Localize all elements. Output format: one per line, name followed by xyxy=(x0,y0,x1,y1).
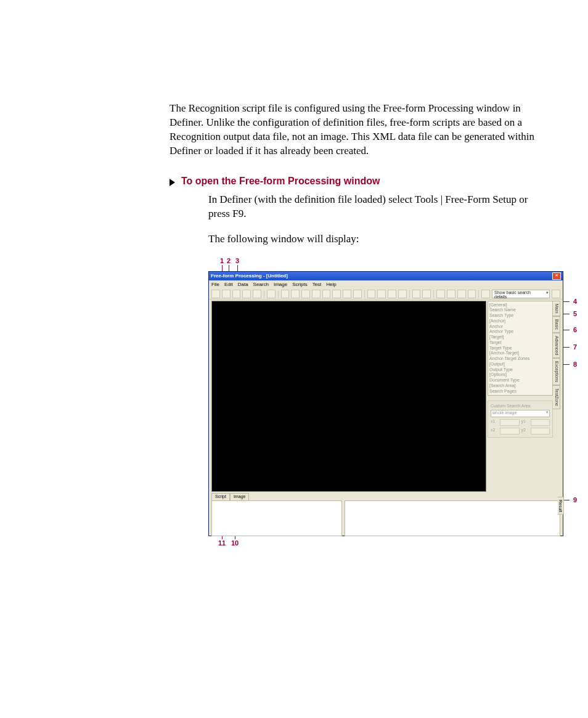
tab-result[interactable]: Result xyxy=(558,497,564,515)
y2-field[interactable] xyxy=(531,428,550,434)
callout-4: 4 xyxy=(573,298,577,305)
prop-item: Search Type xyxy=(489,313,551,319)
menu-image[interactable]: Image xyxy=(274,282,287,287)
toolbar-btn-a[interactable] xyxy=(267,290,276,298)
prop-item: Search Pages xyxy=(489,389,551,394)
intro-paragraph: The Recognition script file is configure… xyxy=(169,102,539,158)
y1-field[interactable] xyxy=(531,419,550,426)
tab-advanced[interactable]: Advanced xyxy=(553,333,560,358)
toolbar-zoomout-icon[interactable] xyxy=(422,290,431,298)
toolbar-btn-g[interactable] xyxy=(332,290,341,298)
figure: 1 2 3 4 5 6 7 8 9 11 10 xyxy=(208,258,578,547)
toolbar-btn-h[interactable] xyxy=(343,290,351,298)
property-list[interactable]: [General] Search Name Search Type [Ancho… xyxy=(488,301,553,396)
x2-field[interactable] xyxy=(500,428,520,434)
callout-1: 1 xyxy=(220,258,224,264)
step-1-followup: The following window will display: xyxy=(208,232,539,247)
toolbar-prev-icon[interactable] xyxy=(447,290,455,298)
bottom-area: Script Image Result xyxy=(209,493,563,539)
x1-field[interactable] xyxy=(500,419,520,426)
prop-item: Search Name xyxy=(489,308,551,313)
toolbar-btn-l[interactable] xyxy=(388,290,396,298)
menu-test[interactable]: Test xyxy=(312,282,322,287)
toolbar-doc-icon[interactable] xyxy=(232,290,241,298)
toolbar-last-icon[interactable] xyxy=(468,290,476,298)
prop-item: Anchor-Target Zones xyxy=(489,356,551,362)
toolbar-help-icon[interactable] xyxy=(552,290,560,298)
y1-label: y1 xyxy=(521,419,529,426)
toolbar-detail-combo[interactable]: Show basic search details xyxy=(492,290,550,298)
menubar: File Edit Data Search Image Scripts Test… xyxy=(209,280,563,289)
bottom-left-pane[interactable] xyxy=(211,500,342,536)
window-close-button[interactable]: × xyxy=(552,272,561,280)
prop-item: [Search Area] xyxy=(489,383,551,389)
toolbar-btn-k[interactable] xyxy=(377,290,386,298)
prop-item: Target Type xyxy=(489,346,551,351)
toolbar-save-icon[interactable] xyxy=(222,290,231,298)
toolbar-btn-i[interactable] xyxy=(353,290,362,298)
toolbar-first-icon[interactable] xyxy=(436,290,445,298)
menu-help[interactable]: Help xyxy=(326,282,336,287)
callout-5: 5 xyxy=(573,311,577,317)
callout-7: 7 xyxy=(573,344,577,351)
toolbar: Show basic search details xyxy=(209,289,563,300)
toolbar-gear-icon[interactable] xyxy=(242,290,251,298)
custom-area-dropdown[interactable]: whole image xyxy=(491,410,550,417)
side-tabs: Main Basic Advanced Exceptions TestZone xyxy=(553,301,560,492)
menu-search[interactable]: Search xyxy=(253,282,269,287)
y2-label: y2 xyxy=(521,428,529,434)
bottom-tabs: Script Image xyxy=(211,493,560,500)
toolbar-zoom-icon[interactable] xyxy=(481,290,490,298)
bottom-right-pane[interactable] xyxy=(345,500,560,536)
custom-area-header: Custom Search Area xyxy=(491,404,550,408)
toolbar-btn-d[interactable] xyxy=(301,290,310,298)
prop-item: [Target] xyxy=(489,335,551,340)
step-block: In Definer (with the definition file loa… xyxy=(208,193,539,247)
menu-data[interactable]: Data xyxy=(238,282,248,287)
prop-item: Anchor Type xyxy=(489,329,551,335)
callout-2: 2 xyxy=(227,258,231,264)
toolbar-next-icon[interactable] xyxy=(457,290,466,298)
callout-11: 11 xyxy=(218,540,226,547)
tab-exceptions[interactable]: Exceptions xyxy=(553,358,560,385)
tab-script[interactable]: Script xyxy=(211,493,230,500)
toolbar-zoomin-icon[interactable] xyxy=(412,290,421,298)
document-page: The Recognition script file is configure… xyxy=(0,0,588,597)
procedure-heading-row: To open the Free-form Processing window xyxy=(169,176,539,187)
window-titlebar: Free-form Processing - [Untitled] × xyxy=(209,272,563,280)
triangle-bullet-icon xyxy=(169,179,175,186)
tab-basic[interactable]: Basic xyxy=(553,316,560,333)
step-1-text: In Definer (with the definition file loa… xyxy=(208,193,539,221)
menu-scripts[interactable]: Scripts xyxy=(292,282,307,287)
tab-main[interactable]: Main xyxy=(553,301,560,316)
toolbar-btn-b[interactable] xyxy=(281,290,290,298)
callout-6: 6 xyxy=(573,327,577,333)
toolbar-view-icon[interactable] xyxy=(253,290,261,298)
prop-item: Target xyxy=(489,340,551,346)
toolbar-btn-e[interactable] xyxy=(312,290,321,298)
x2-label: x2 xyxy=(491,428,498,434)
custom-search-area: Custom Search Area whole image x1 y1 x2 xyxy=(488,401,553,438)
prop-item: [Output] xyxy=(489,362,551,367)
window-title: Free-form Processing - [Untitled] xyxy=(211,273,288,279)
prop-item: Anchor xyxy=(489,324,551,330)
tab-testzone[interactable]: TestZone xyxy=(553,385,560,409)
image-canvas[interactable] xyxy=(211,301,486,492)
x1-label: x1 xyxy=(491,419,498,426)
callout-3: 3 xyxy=(235,258,239,264)
prop-item: Output Type xyxy=(489,367,551,373)
toolbar-open-icon[interactable] xyxy=(211,290,220,298)
toolbar-btn-f[interactable] xyxy=(322,290,331,298)
work-area: [General] Search Name Search Type [Ancho… xyxy=(209,300,563,493)
tab-image[interactable]: Image xyxy=(230,493,249,500)
prop-item: [Options] xyxy=(489,372,551,378)
freeform-processing-window: Free-form Processing - [Untitled] × File… xyxy=(208,271,563,536)
right-panel: [General] Search Name Search Type [Ancho… xyxy=(488,301,560,492)
prop-item: Document Type xyxy=(489,378,551,383)
toolbar-btn-m[interactable] xyxy=(398,290,407,298)
menu-file[interactable]: File xyxy=(211,282,219,287)
menu-edit[interactable]: Edit xyxy=(224,282,233,287)
prop-item: [Anchor] xyxy=(489,319,551,324)
toolbar-btn-c[interactable] xyxy=(291,290,300,298)
toolbar-btn-j[interactable] xyxy=(367,290,376,298)
